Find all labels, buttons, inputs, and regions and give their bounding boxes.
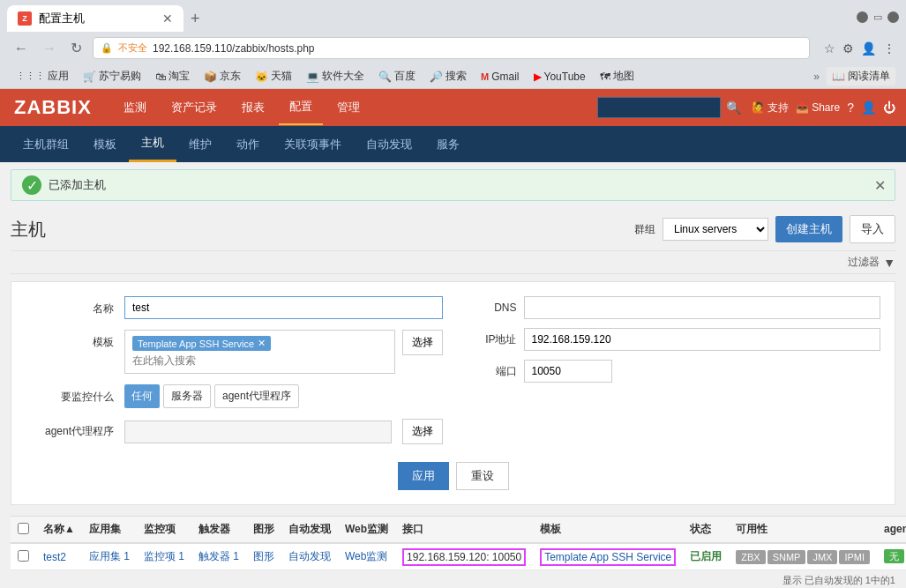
jmx-badge[interactable]: JMX — [807, 550, 837, 564]
sub-nav-discovery[interactable]: 自动发现 — [354, 128, 424, 161]
zbx-badge[interactable]: ZBX — [736, 550, 765, 564]
user-profile-icon[interactable]: 👤 — [861, 100, 876, 115]
th-appset[interactable]: 应用集 — [82, 517, 137, 544]
bookmark-gmail[interactable]: M Gmail — [475, 69, 525, 85]
nav-assets[interactable]: 资产记录 — [161, 91, 228, 124]
name-input[interactable] — [124, 296, 443, 319]
zabbix-search-input[interactable] — [597, 97, 721, 118]
appset-link[interactable]: 应用集 1 — [89, 550, 130, 562]
zabbix-search-button[interactable]: 🔍 — [726, 100, 741, 115]
th-triggers[interactable]: 触发器 — [191, 517, 246, 544]
help-icon[interactable]: ? — [847, 100, 854, 115]
th-status[interactable]: 状态 — [683, 517, 729, 544]
agent-input[interactable] — [124, 421, 392, 443]
th-auto-discover[interactable]: 自动发现 — [281, 517, 338, 544]
bookmark-search[interactable]: 🔎 搜索 — [424, 67, 472, 86]
alert-close-button[interactable]: ✕ — [874, 177, 886, 194]
monitor-items-link[interactable]: 监控项 1 — [144, 550, 184, 562]
bookmark-jd[interactable]: 📦 京东 — [198, 67, 246, 86]
filter-icon[interactable]: ▼ — [883, 256, 895, 270]
bookmark-apps[interactable]: ⋮⋮⋮ 应用 — [11, 67, 74, 86]
sub-nav-actions[interactable]: 动作 — [224, 128, 272, 161]
template-link[interactable]: Template App SSH Service — [544, 551, 671, 563]
bookmark-software[interactable]: 💻 软件大全 — [301, 67, 370, 86]
toolbar-icons: ☆ ⚙ 👤 ⋮ — [824, 41, 895, 56]
address-input[interactable]: 🔒 不安全 192.168.159.110/zabbix/hosts.php — [93, 37, 810, 59]
browser-tab[interactable]: Z 配置主机 ✕ — [7, 5, 183, 32]
port-label: 端口 — [464, 364, 517, 379]
template-tag-remove[interactable]: ✕ — [258, 338, 266, 349]
sub-nav-maintenance[interactable]: 维护 — [176, 128, 224, 161]
support-icon[interactable]: 🙋 支持 — [752, 100, 789, 115]
forward-button[interactable]: → — [39, 39, 60, 58]
restore-button[interactable]: ▭ — [873, 11, 882, 23]
sub-nav-correlations[interactable]: 关联项事件 — [272, 128, 354, 161]
monitor-server-button[interactable]: 服务器 — [163, 384, 211, 408]
nav-admin[interactable]: 管理 — [326, 91, 371, 124]
import-button[interactable]: 导入 — [850, 215, 895, 243]
th-availability[interactable]: 可用性 — [729, 517, 877, 544]
sub-nav-services[interactable]: 服务 — [424, 128, 472, 161]
menu-icon[interactable]: ⋮ — [883, 41, 895, 56]
new-tab-button[interactable]: + — [191, 10, 200, 28]
port-input[interactable] — [524, 360, 612, 383]
template-select-button[interactable]: 选择 — [402, 330, 443, 355]
snmp-badge[interactable]: SNMP — [767, 550, 806, 564]
star-icon[interactable]: ☆ — [824, 41, 835, 56]
host-name-link[interactable]: test2 — [43, 551, 66, 563]
share-icon[interactable]: 📤 Share — [796, 101, 840, 114]
agent-select-button[interactable]: 选择 — [402, 419, 443, 444]
create-host-button[interactable]: 创建主机 — [775, 216, 842, 242]
bookmarks-more[interactable]: » — [813, 71, 820, 83]
security-label: 不安全 — [118, 41, 147, 55]
close-button[interactable] — [887, 11, 899, 23]
bookmark-read-list[interactable]: 📖 阅读清单 — [827, 67, 895, 86]
bookmark-youtube[interactable]: ▶ YouTube — [528, 69, 591, 85]
th-monitor-items[interactable]: 监控项 — [137, 517, 191, 544]
nav-monitor[interactable]: 监测 — [113, 91, 157, 124]
th-graphs[interactable]: 图形 — [246, 517, 281, 544]
th-web-monitor[interactable]: Web监测 — [338, 517, 395, 544]
tab-close-button[interactable]: ✕ — [162, 11, 173, 26]
row-checkbox[interactable] — [18, 550, 29, 562]
template-box[interactable]: Template App SSH Service ✕ — [124, 330, 395, 374]
template-search-input[interactable] — [132, 354, 265, 367]
triggers-link[interactable]: 触发器 1 — [198, 550, 239, 562]
extensions-icon[interactable]: ⚙ — [842, 41, 854, 56]
minimize-button[interactable] — [857, 11, 868, 23]
form-left: 名称 模板 — [26, 296, 443, 455]
bookmark-maps[interactable]: 🗺 地图 — [595, 67, 640, 86]
back-button[interactable]: ← — [11, 39, 32, 58]
ip-input[interactable] — [524, 328, 881, 351]
td-triggers: 触发器 1 — [191, 543, 246, 570]
nav-reports[interactable]: 报表 — [231, 91, 275, 124]
auto-discover-note: 显示 已自动发现的 1中的1 — [11, 570, 895, 588]
monitor-any-button[interactable]: 任何 — [124, 384, 160, 408]
sub-nav-host-groups[interactable]: 主机群组 — [11, 128, 81, 161]
bookmark-taobao[interactable]: 🛍 淘宝 — [150, 67, 195, 86]
th-name[interactable]: 名称▲ — [36, 517, 82, 544]
reset-button[interactable]: 重设 — [456, 462, 509, 490]
th-interface[interactable]: 接口 — [395, 517, 533, 544]
power-icon[interactable]: ⏻ — [883, 100, 895, 115]
nav-config[interactable]: 配置 — [279, 90, 323, 125]
group-select[interactable]: Linux servers — [663, 218, 768, 241]
select-all-checkbox[interactable] — [18, 523, 29, 534]
user-icon[interactable]: 👤 — [861, 41, 876, 56]
ipmi-badge[interactable]: IPMI — [839, 550, 870, 564]
monitor-agent-button[interactable]: agent代理程序 — [214, 384, 299, 408]
sub-nav-hosts[interactable]: 主机 — [129, 126, 176, 162]
graphs-link[interactable]: 图形 — [253, 550, 274, 562]
th-template[interactable]: 模板 — [533, 517, 683, 544]
bookmark-tmall[interactable]: 🐱 天猫 — [250, 67, 297, 86]
bookmark-suning[interactable]: 🛒 苏宁易购 — [78, 67, 146, 86]
reload-button[interactable]: ↻ — [67, 38, 86, 58]
sub-nav-templates[interactable]: 模板 — [81, 128, 129, 161]
apply-button[interactable]: 应用 — [398, 462, 449, 490]
web-monitor-link[interactable]: Web监测 — [345, 550, 387, 562]
bookmark-baidu[interactable]: 🔍 百度 — [373, 67, 421, 86]
form-name-row: 名称 — [26, 296, 443, 319]
th-encryption[interactable]: agent 加密 — [877, 517, 906, 544]
auto-discover-link[interactable]: 自动发现 — [288, 550, 331, 562]
dns-input[interactable] — [524, 296, 881, 319]
